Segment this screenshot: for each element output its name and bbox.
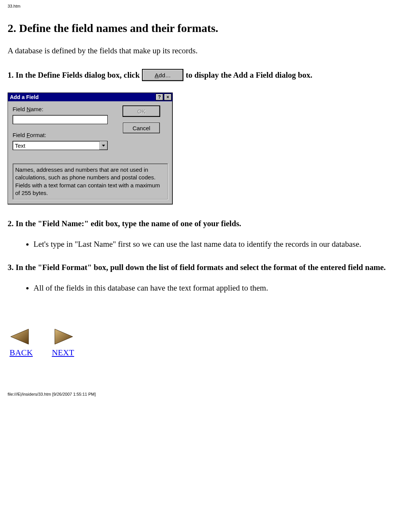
field-format-select[interactable]: Text <box>13 141 108 150</box>
nav-row: BACK NEXT <box>8 328 403 358</box>
arrow-left-icon <box>10 328 32 345</box>
step-2-bullets: Let's type in "Last Name" first so we ca… <box>8 239 403 249</box>
page-title: 2. Define the field names and their form… <box>8 22 403 35</box>
add-button-inline[interactable]: Add... <box>142 69 183 81</box>
svg-marker-0 <box>102 145 105 147</box>
intro-text: A database is defined by the fields that… <box>8 46 403 56</box>
add-a-field-dialog: Add a Field ? × Field Name: Field Format… <box>8 93 173 204</box>
help-icon[interactable]: ? <box>156 94 163 101</box>
svg-marker-2 <box>55 329 73 344</box>
ok-button[interactable]: OK <box>123 106 160 117</box>
step-3-bullets: All of the fields in this database can h… <box>8 283 403 293</box>
footer-path: file:///E|/insiders/33.htm [9/26/2007 1:… <box>8 392 403 396</box>
field-name-input[interactable] <box>13 115 108 124</box>
step-2: 2. In the "Field Name:" edit box, type t… <box>8 219 403 228</box>
dialog-titlebar: Add a Field ? × <box>8 93 172 101</box>
chevron-down-icon[interactable] <box>99 141 107 150</box>
field-name-hotkey: N <box>27 106 31 112</box>
list-item: All of the fields in this database can h… <box>33 283 403 293</box>
back-nav[interactable]: BACK <box>10 328 33 358</box>
field-name-label: Field Name: <box>13 106 119 112</box>
dialog-title: Add a Field <box>10 94 155 100</box>
step-1-after: to display the Add a Field dialog box. <box>186 70 312 80</box>
header-filename: 33.htm <box>8 4 403 8</box>
svg-marker-1 <box>11 329 29 344</box>
cancel-button[interactable]: Cancel <box>123 123 160 133</box>
step-1: 1. In the Define Fields dialog box, clic… <box>8 69 403 81</box>
close-icon[interactable]: × <box>164 94 172 101</box>
next-nav[interactable]: NEXT <box>52 328 74 358</box>
step-3: 3. In the "Field Format" box, pull down … <box>8 263 403 272</box>
field-format-value: Text <box>13 142 99 149</box>
format-description: Names, addresses and numbers that are no… <box>13 163 168 200</box>
field-format-hotkey: F <box>27 132 30 138</box>
next-link[interactable]: NEXT <box>52 348 74 357</box>
field-format-label: Field Format: <box>13 132 119 138</box>
step-1-before: 1. In the Define Fields dialog box, clic… <box>8 70 140 80</box>
back-link[interactable]: BACK <box>10 348 33 357</box>
list-item: Let's type in "Last Name" first so we ca… <box>33 239 403 249</box>
arrow-right-icon <box>52 328 74 345</box>
add-button-hotkey: A <box>155 72 159 78</box>
